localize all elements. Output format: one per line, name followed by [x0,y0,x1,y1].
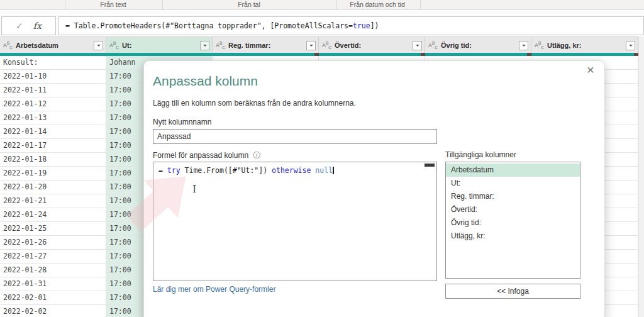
custom-formula-text: = try Time.From([#"Ut:"]) otherwise null [153,162,436,179]
empty-marker [527,53,531,56]
column-header[interactable]: ABCArbetsdatum [0,37,106,53]
chevron-down-icon [522,45,526,48]
filter-button[interactable] [94,41,103,50]
formula-segment: ]) [370,21,379,30]
formula-label-row: Formel för anpassad kolumn ⓘ [153,150,260,161]
table-cell[interactable]: 2022-01-28 [0,264,106,277]
chevron-down-icon [203,45,207,48]
table-cell[interactable]: 2022-01-31 [0,277,106,291]
empty-marker [421,53,425,56]
table-cell[interactable]: 2022-01-26 [0,236,106,250]
table-cell[interactable]: 2022-01-17 [0,139,106,153]
quality-bar-segment [425,53,531,56]
quality-bar-segment [106,53,213,56]
available-column-item[interactable]: Ut: [446,177,580,190]
filter-button[interactable] [306,41,316,50]
learn-more-link[interactable]: Lär dig mer om Power Query-formler [153,285,275,294]
formula-bar-input[interactable]: = Table.PromoteHeaders(#"Borttagna toppr… [58,16,644,35]
column-header-label: Arbetsdatum [16,42,58,49]
available-columns-label: Tillgängliga kolumner [445,150,516,159]
ribbon-group-from-text[interactable]: Från text [75,1,151,8]
filter-button[interactable] [519,41,528,50]
column-header-row: ABCArbetsdatumABCUt:ABCReg. timmar:ABCÖv… [0,36,644,53]
text-cursor-icon: I [192,183,196,195]
table-cell[interactable]: 2022-01-13 [0,111,106,125]
dialog-title: Anpassad kolumn [153,74,258,89]
text-caret [333,167,334,174]
filter-button[interactable] [413,41,422,50]
table-cell[interactable]: 2022-01-12 [0,97,106,111]
ribbon-separator [162,0,163,9]
table-cell[interactable]: Konsult: [0,56,106,70]
available-column-item[interactable]: Reg. timmar: [446,190,580,203]
power-query-editor: { "ribbon": { "groups": [ { "label": "Fr… [0,0,644,317]
formula-scrollbar-thumb[interactable] [425,164,435,167]
table-cell[interactable]: 2022-01-14 [0,125,106,139]
table-cell[interactable]: 2022-02-02 [0,305,106,317]
column-header-label: Ut: [122,42,131,49]
available-column-item[interactable]: Övrig tid: [446,216,580,230]
table-cell[interactable]: 2022-01-10 [0,70,106,84]
dialog-subtitle: Lägg till en kolumn som beräknas från de… [153,99,356,108]
column-header-label: Reg. timmar: [228,42,270,49]
quality-bar-segment [0,53,106,56]
chevron-down-icon [309,45,313,48]
column-header-label: Utlägg, kr: [547,42,581,49]
available-column-item[interactable]: Arbetsdatum [446,164,580,177]
filter-button[interactable] [200,41,209,50]
new-column-name-label: Nytt kolumnnamn [153,118,211,126]
ribbon-group-from-date-time[interactable]: Från datum och tid [321,1,434,8]
table-cell[interactable]: 2022-01-24 [0,208,106,222]
column-header-label: Övrig tid: [441,42,472,49]
formula-segment: = Table.PromoteHeaders(#"Borttagna toppr… [65,21,353,30]
column-header[interactable]: ABCUt: [106,37,213,53]
available-columns-list: ArbetsdatumUt:Reg. timmar:Övertid:Övrig … [445,162,580,279]
custom-column-dialog: × Anpassad kolumn Lägg till en kolumn so… [143,60,605,317]
custom-formula-label: Formel för anpassad kolumn [153,151,248,160]
column-header[interactable]: ABCUtlägg, kr: [531,37,638,53]
text-type-icon: ABC [216,41,225,50]
formula-bar: ✓ fx = Table.PromoteHeaders(#"Borttagna … [0,11,644,36]
formula-segment: null [315,166,333,175]
empty-marker [314,53,319,56]
available-column-item[interactable]: Utlägg, kr: [446,230,580,243]
table-cell[interactable]: 2022-01-25 [0,222,106,236]
table-cell[interactable]: 2022-01-19 [0,167,106,181]
column-header[interactable]: ABCÖvrig tid: [425,37,531,53]
fx-icon[interactable]: fx [33,21,42,31]
filter-button[interactable] [626,41,635,50]
formula-segment: Time.From([#"Ut:"]) [180,166,272,175]
formula-segment: = [158,166,167,175]
table-cell[interactable]: 2022-02-01 [0,291,106,305]
chevron-down-icon [416,45,419,48]
close-icon[interactable]: × [587,62,594,77]
ribbon-group-labels: Från text Från tal Från datum och tid [0,0,644,10]
formula-segment: try [167,166,180,175]
column-header[interactable]: ABCÖvertid: [319,37,425,53]
column-quality-bar [0,53,644,56]
text-type-icon: ABC [428,41,438,50]
table-cell[interactable]: 2022-01-11 [0,84,106,97]
empty-marker [634,53,638,56]
column-header[interactable]: ABCReg. timmar: [213,37,319,53]
table-cell[interactable]: 2022-01-27 [0,250,106,264]
insert-column-button[interactable]: << Infoga [445,284,580,299]
text-type-icon: ABC [3,41,13,50]
info-icon[interactable]: ⓘ [253,151,260,160]
new-column-name-input[interactable] [153,129,437,144]
ribbon-group-from-number[interactable]: Från tal [211,1,287,8]
table-cell[interactable]: 2022-01-20 [0,181,106,194]
table-cell[interactable]: 2022-01-21 [0,194,106,208]
chevron-down-icon [97,45,101,48]
text-type-icon: ABC [322,41,331,50]
text-type-icon: ABC [109,41,119,50]
custom-formula-editor[interactable]: = try Time.From([#"Ut:"]) otherwise null [153,162,437,281]
vertical-scrollbar[interactable] [638,36,644,317]
table-cell[interactable]: 2022-01-18 [0,153,106,167]
formula-segment: true [353,21,370,30]
quality-bar-segment [213,53,319,56]
commit-check-icon[interactable]: ✓ [16,21,23,31]
formula-bar-buttons: ✓ fx [1,16,56,35]
available-column-item[interactable]: Övertid: [446,203,580,216]
chevron-down-icon [629,45,633,48]
